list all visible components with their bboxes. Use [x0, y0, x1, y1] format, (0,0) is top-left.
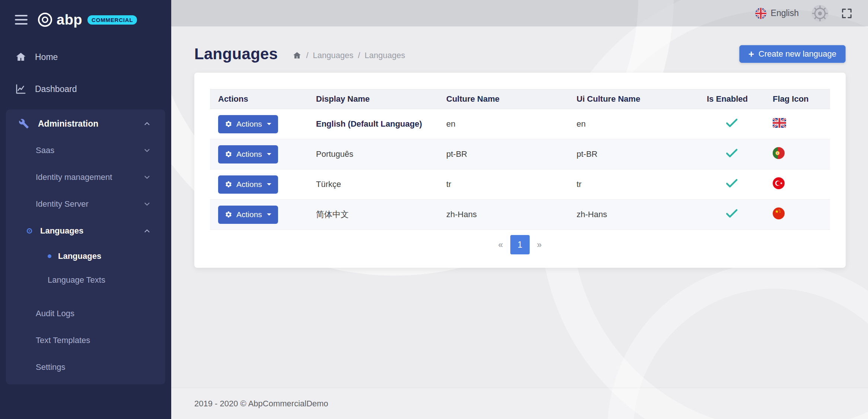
sidebar-item-label: Audit Logs: [36, 309, 74, 318]
portugal-flag-icon: [773, 147, 785, 159]
caret-down-icon: [267, 183, 271, 185]
page-content: Languages / Languages / Languages + Crea…: [171, 45, 868, 268]
sidebar-item-home[interactable]: Home: [0, 41, 171, 73]
copyright-text: 2019 - 2020 © AbpCommercialDemo: [194, 399, 328, 409]
sidebar-item-identity-management[interactable]: Identity management: [6, 164, 165, 191]
row-actions-button[interactable]: Actions: [218, 115, 278, 133]
uk-flag-icon: [755, 8, 766, 19]
sidebar-item-saas[interactable]: Saas: [6, 137, 165, 164]
column-header-culture-name: Culture Name: [438, 89, 568, 109]
cell-is-enabled: [699, 169, 765, 200]
chevron-down-icon: [143, 173, 151, 181]
chevron-up-icon: [143, 120, 151, 128]
fullscreen-icon[interactable]: [841, 8, 852, 19]
sidebar-header: abp COMMERCIAL: [0, 0, 171, 39]
main-area: English Languages: [171, 0, 868, 419]
sidebar-item-label: Language Texts: [48, 275, 105, 285]
cell-flag: [765, 169, 830, 200]
home-icon[interactable]: [293, 51, 301, 60]
sidebar-item-label: Text Templates: [36, 336, 90, 345]
menu-toggle-icon[interactable]: [15, 15, 28, 25]
table-header-row: Actions Display Name Culture Name Ui Cul…: [210, 89, 830, 109]
sidebar-item-audit-logs[interactable]: Audit Logs: [6, 300, 165, 327]
table-row: Actions 简体中文 zh-Hans zh-Hans: [210, 200, 830, 230]
home-icon: [15, 51, 27, 63]
row-actions-button[interactable]: Actions: [218, 145, 278, 164]
sidebar-item-languages-child[interactable]: Languages: [6, 244, 165, 268]
sidebar-item-label: Identity management: [36, 172, 112, 182]
cell-ui-culture-name: tr: [568, 169, 699, 200]
caret-down-icon: [267, 213, 271, 216]
cell-culture-name: pt-BR: [438, 139, 568, 169]
cell-culture-name: en: [438, 109, 568, 139]
sidebar-item-administration[interactable]: Administration: [6, 110, 165, 137]
gear-icon: [225, 150, 232, 158]
plus-icon: +: [749, 49, 754, 59]
row-actions-button[interactable]: Actions: [218, 206, 278, 224]
pagination-page-1[interactable]: 1: [510, 235, 530, 254]
column-header-actions: Actions: [210, 89, 308, 109]
row-actions-button[interactable]: Actions: [218, 175, 278, 194]
breadcrumb-item[interactable]: Languages: [365, 51, 405, 60]
footer: 2019 - 2020 © AbpCommercialDemo: [171, 388, 868, 419]
brand-name: abp: [57, 12, 82, 28]
user-avatar[interactable]: [811, 5, 829, 22]
cell-actions: Actions: [210, 200, 308, 230]
actions-button-label: Actions: [236, 120, 262, 128]
bullet-dot-icon: [48, 254, 51, 258]
languages-table-card: Actions Display Name Culture Name Ui Cul…: [194, 73, 846, 268]
cell-ui-culture-name: pt-BR: [568, 139, 699, 169]
brand-logo[interactable]: abp COMMERCIAL: [37, 12, 137, 28]
column-header-ui-culture-name: Ui Culture Name: [568, 89, 699, 109]
table-row: Actions Português pt-BR pt-BR: [210, 139, 830, 169]
topbar: English: [171, 0, 868, 26]
chevron-down-icon: [143, 200, 151, 208]
languages-table: Actions Display Name Culture Name Ui Cul…: [210, 89, 830, 230]
sidebar-item-label: Home: [35, 52, 58, 62]
sidebar-item-label: Administration: [38, 119, 98, 129]
breadcrumb-item[interactable]: Languages: [313, 51, 354, 60]
check-icon: [726, 179, 737, 188]
sidebar-item-identity-server[interactable]: Identity Server: [6, 191, 165, 218]
pagination: « 1 »: [210, 231, 830, 259]
language-selector[interactable]: English: [755, 8, 799, 19]
chart-icon: [15, 83, 27, 95]
check-icon: [726, 118, 737, 127]
create-new-language-button[interactable]: + Create new language: [739, 45, 846, 63]
menu-spacer: [6, 292, 165, 300]
cell-is-enabled: [699, 139, 765, 169]
sidebar-item-settings[interactable]: Settings: [6, 354, 165, 381]
cell-actions: Actions: [210, 139, 308, 169]
abp-logo-icon: [37, 12, 53, 28]
ring-icon: [26, 228, 33, 234]
sidebar-item-languages[interactable]: Languages: [6, 218, 165, 244]
sidebar-menu: Home Dashboard Administration: [0, 39, 171, 384]
sidebar-item-text-templates[interactable]: Text Templates: [6, 327, 165, 354]
cell-culture-name: zh-Hans: [438, 200, 568, 230]
check-icon: [726, 209, 737, 218]
cell-actions: Actions: [210, 169, 308, 200]
sidebar-item-label: Languages: [58, 251, 101, 261]
sidebar-item-label: Dashboard: [35, 84, 77, 94]
sidebar-item-language-texts[interactable]: Language Texts: [6, 268, 165, 292]
sidebar-item-label: Identity Server: [36, 199, 89, 209]
page-header: Languages / Languages / Languages + Crea…: [194, 45, 846, 63]
cell-ui-culture-name: zh-Hans: [568, 200, 699, 230]
cell-actions: Actions: [210, 109, 308, 139]
sidebar-item-label: Saas: [36, 146, 54, 155]
cell-is-enabled: [699, 200, 765, 230]
caret-down-icon: [267, 153, 271, 155]
china-flag-icon: [773, 207, 785, 219]
pagination-prev[interactable]: «: [491, 235, 510, 254]
chevron-down-icon: [143, 146, 151, 155]
pagination-next[interactable]: »: [530, 235, 549, 254]
cell-display-name: 简体中文: [308, 200, 438, 230]
uk-flag-icon: [773, 118, 786, 128]
column-header-display-name: Display Name: [308, 89, 438, 109]
table-row: Actions English (Default Language) en en: [210, 109, 830, 139]
gear-icon: [225, 211, 232, 218]
sidebar-item-dashboard[interactable]: Dashboard: [0, 73, 171, 105]
cell-culture-name: tr: [438, 169, 568, 200]
table-row: Actions Türkçe tr tr: [210, 169, 830, 200]
actions-button-label: Actions: [236, 180, 262, 189]
